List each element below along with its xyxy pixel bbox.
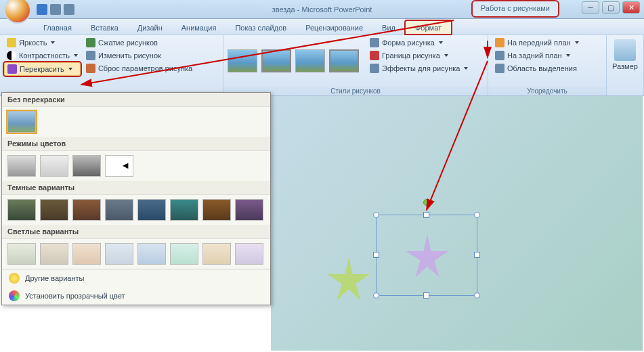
recolor-option-dark[interactable] [105, 199, 133, 221]
recolor-option-light[interactable] [235, 243, 263, 265]
tab-view[interactable]: Вид [372, 21, 405, 35]
recolor-option-dark[interactable] [40, 199, 68, 221]
ribbon-tabs: Главная Вставка Дизайн Анимация Показ сл… [0, 19, 644, 35]
resize-handle-tr[interactable] [474, 212, 480, 218]
recolor-option-none[interactable] [7, 111, 36, 133]
compress-pictures-button[interactable]: Сжатие рисунков [83, 37, 195, 49]
chevron-down-icon [566, 54, 570, 57]
chevron-down-icon [575, 41, 579, 44]
border-icon [370, 51, 379, 60]
send-to-back-button[interactable]: На задний план [492, 49, 582, 62]
resize-handle-b[interactable] [423, 292, 429, 299]
svg-marker-1 [406, 235, 449, 278]
title-bar: звезда - Microsoft PowerPoint Работа с р… [0, 0, 644, 19]
back-label: На задний план [507, 51, 562, 60]
tab-animation[interactable]: Анимация [172, 21, 226, 35]
reset-picture-button[interactable]: Сброс параметров рисунка [83, 62, 195, 74]
window-title: звезда - Microsoft PowerPoint [272, 5, 372, 14]
tab-review[interactable]: Рецензирование [296, 21, 372, 35]
ribbon: Яркость Контрастность Перекрасить Сжатие… [0, 35, 644, 96]
redo-icon[interactable] [64, 4, 74, 15]
picture-style-thumb[interactable] [329, 49, 359, 72]
resize-handle-t[interactable] [423, 212, 429, 218]
picture-border-button[interactable]: Граница рисунка [367, 49, 471, 62]
recolor-option-light[interactable] [105, 243, 133, 265]
bring-to-front-button[interactable]: На передний план [492, 37, 582, 49]
recolor-option-light[interactable] [137, 243, 166, 265]
tab-format[interactable]: Формат [405, 20, 452, 35]
rotation-handle[interactable] [423, 199, 430, 206]
recolor-option-dark[interactable] [7, 199, 36, 221]
picture-style-thumb[interactable] [261, 49, 291, 72]
bring-front-icon [495, 38, 505, 47]
group-label-arrange: Упорядочить [488, 87, 606, 95]
selection-pane-icon [495, 64, 505, 73]
ribbon-group-picture-styles: Форма рисунка Граница рисунка Эффекты дл… [223, 35, 488, 95]
contrast-icon [7, 51, 16, 60]
select-pane-label: Область выделения [507, 64, 577, 72]
tab-home[interactable]: Главная [34, 21, 81, 35]
picture-shape-button[interactable]: Форма рисунка [367, 37, 471, 49]
size-label: Размер [612, 62, 638, 70]
recolor-option-light[interactable] [72, 243, 101, 265]
recolor-label: Перекрасить [20, 65, 64, 73]
recolor-option-sepia[interactable] [40, 155, 68, 177]
resize-handle-tl[interactable] [373, 212, 379, 218]
more-variations-button[interactable]: Другие варианты [2, 269, 270, 287]
contrast-button[interactable]: Контрастность [4, 49, 81, 62]
recolor-option-dark[interactable] [170, 199, 198, 221]
recolor-option-dark[interactable] [137, 199, 166, 221]
ribbon-group-adjust: Яркость Контрастность Перекрасить Сжатие… [0, 35, 223, 95]
recolor-option-bw[interactable] [105, 155, 133, 177]
recolor-option-light[interactable] [7, 243, 36, 265]
send-back-icon [495, 51, 505, 60]
transparent-label: Установить прозрачный цвет [25, 292, 125, 300]
resize-handle-l[interactable] [373, 252, 379, 258]
tab-design[interactable]: Дизайн [128, 21, 172, 35]
close-button[interactable]: ✕ [622, 1, 640, 14]
maximize-button[interactable]: ▢ [602, 1, 620, 14]
selection-box[interactable] [376, 215, 477, 296]
compress-icon [86, 38, 95, 47]
recolor-option-washout[interactable] [72, 155, 101, 177]
compress-label: Сжатие рисунков [98, 39, 158, 47]
reset-label: Сброс параметров рисунка [98, 64, 192, 72]
tab-insert[interactable]: Вставка [81, 21, 128, 35]
recolor-option-grayscale[interactable] [7, 155, 36, 177]
recolor-option-dark[interactable] [202, 199, 231, 221]
recolor-option-dark[interactable] [235, 199, 263, 221]
minimize-button[interactable]: ─ [582, 1, 599, 14]
gallery-section-dark: Темные варианты [2, 181, 270, 195]
change-label: Изменить рисунок [98, 51, 161, 60]
set-transparent-color-button[interactable]: Установить прозрачный цвет [2, 287, 270, 305]
tab-slideshow[interactable]: Показ слайдов [226, 21, 296, 35]
recolor-option-dark[interactable] [72, 199, 101, 221]
picture-style-gallery[interactable] [228, 37, 359, 85]
recolor-button[interactable]: Перекрасить [4, 62, 81, 76]
brightness-icon [7, 38, 16, 47]
recolor-icon [7, 64, 17, 74]
change-picture-button[interactable]: Изменить рисунок [83, 49, 195, 62]
recolor-option-light[interactable] [170, 243, 198, 265]
save-icon[interactable] [37, 4, 47, 15]
star-shape-purple[interactable] [404, 232, 451, 280]
recolor-option-light[interactable] [202, 243, 231, 265]
brightness-button[interactable]: Яркость [4, 37, 81, 49]
recolor-option-light[interactable] [40, 243, 68, 265]
picture-style-thumb[interactable] [295, 49, 325, 72]
resize-handle-bl[interactable] [373, 292, 379, 299]
chevron-down-icon [51, 41, 55, 44]
slide-canvas[interactable] [271, 96, 643, 351]
picture-style-thumb[interactable] [228, 49, 257, 72]
resize-handle-r[interactable] [474, 252, 480, 258]
shape-icon [370, 38, 379, 47]
selection-pane-button[interactable]: Область выделения [492, 62, 582, 74]
brightness-label: Яркость [19, 39, 47, 47]
context-tab-picture-tools[interactable]: Работа с рисунками [471, 0, 559, 18]
window-controls: ─ ▢ ✕ [582, 1, 640, 14]
star-shape-green[interactable] [325, 255, 372, 303]
picture-effects-button[interactable]: Эффекты для рисунка [367, 62, 471, 74]
size-button[interactable]: Размер [609, 37, 641, 94]
resize-handle-br[interactable] [474, 292, 480, 299]
undo-icon[interactable] [50, 4, 61, 15]
